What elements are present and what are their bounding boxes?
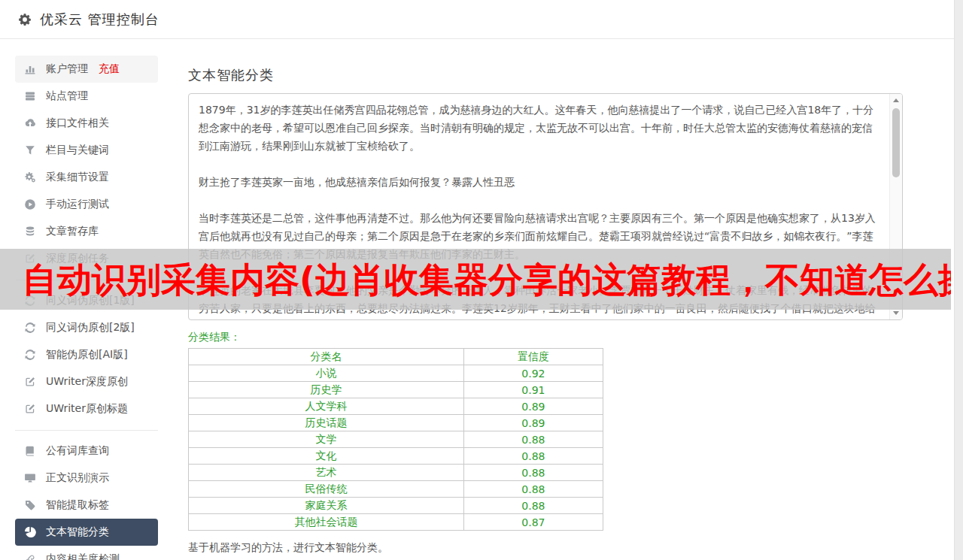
pie-chart-icon	[24, 526, 36, 538]
category-cell: 民俗传统	[189, 481, 464, 498]
table-row: 人文学科0.89	[189, 398, 603, 415]
sidebar-item-content-relevance-check[interactable]: 内容相关度检测	[15, 546, 158, 560]
sidebar-item-label: 同义词伪原创[2版]	[46, 321, 135, 334]
cloud-upload-icon	[24, 117, 36, 129]
category-cell: 小说	[189, 365, 464, 382]
app-header: 优采云 管理控制台	[0, 0, 963, 39]
triangle-down-icon	[893, 311, 899, 315]
server-list-icon	[24, 90, 36, 102]
classification-table: 分类名 置信度 小说0.92历史学0.91人文学科0.89历史话题0.89文学0…	[188, 348, 603, 531]
table-row: 艺术0.88	[189, 465, 603, 481]
category-cell: 其他社会话题	[189, 514, 464, 531]
sidebar-item-api-files[interactable]: 接口文件相关	[15, 110, 158, 137]
table-row: 其他社会话题0.87	[189, 514, 603, 531]
sidebar-item-content-extract-demo[interactable]: 正文识别演示	[15, 465, 158, 492]
category-cell: 艺术	[189, 465, 464, 481]
column-header-confidence: 置信度	[463, 349, 603, 365]
sidebar-item-label: 正文识别演示	[46, 471, 109, 485]
sidebar-item-label: 文本智能分类	[46, 525, 109, 539]
edit-icon	[24, 403, 36, 415]
recharge-badge[interactable]: 充值	[99, 62, 120, 76]
monitor-icon	[24, 472, 36, 484]
document-paragraph: 1879年，31岁的李莲英出任储秀宫四品花翎总管，成为慈禧身边的大红人。这年春天…	[199, 101, 882, 155]
sidebar-item-label: 内容相关度检测	[46, 552, 120, 560]
confidence-cell: 0.88	[463, 481, 603, 498]
table-row: 历史学0.91	[189, 382, 603, 398]
category-cell: 人文学科	[189, 398, 464, 415]
confidence-cell: 0.92	[463, 365, 603, 382]
document-paragraph: 财主抢了李莲英家一亩地，他成慈禧亲信后如何报复？暴露人性丑恶	[199, 173, 882, 191]
category-cell: 文学	[189, 431, 464, 448]
watermark-overlay: 自动识别采集内容(边肖收集器分享的这篇教程，不知道怎么操作	[0, 249, 951, 310]
sidebar-item-text-classification[interactable]: 文本智能分类	[15, 519, 158, 546]
refresh-icon	[24, 322, 36, 334]
edit-icon	[24, 376, 36, 388]
table-row: 文化0.88	[189, 448, 603, 465]
sidebar-item-uwriter-deep-original[interactable]: UWriter深度原创	[15, 368, 158, 395]
results-label: 分类结果：	[188, 330, 903, 344]
sidebar-item-account-management[interactable]: 账户管理充值	[15, 56, 158, 83]
sidebar-item-article-staging[interactable]: 文章暂存库	[15, 218, 158, 245]
column-header-category: 分类名	[189, 349, 464, 365]
sidebar-item-label: UWriter原创标题	[46, 402, 128, 416]
sidebar-item-site-management[interactable]: 站点管理	[15, 83, 158, 110]
sidebar-item-columns-keywords[interactable]: 栏目与关键词	[15, 137, 158, 164]
sidebar-item-label: 手动运行测试	[46, 198, 109, 211]
page-scrollbar[interactable]	[954, 0, 963, 560]
table-row: 小说0.92	[189, 365, 603, 382]
funnel-icon	[24, 144, 36, 156]
sidebar-item-label: 采集细节设置	[46, 171, 109, 184]
link-icon	[24, 553, 36, 560]
table-body: 小说0.92历史学0.91人文学科0.89历史话题0.89文学0.88文化0.8…	[189, 365, 603, 531]
scroll-up-button[interactable]	[890, 94, 902, 107]
confidence-cell: 0.89	[463, 415, 603, 431]
category-cell: 历史话题	[189, 415, 464, 431]
confidence-cell: 0.91	[463, 382, 603, 398]
footnote-text: 基于机器学习的方法，进行文本智能分类。	[188, 541, 903, 555]
sidebar-item-label: 接口文件相关	[46, 117, 109, 130]
sidebar-item-label: UWriter深度原创	[46, 375, 128, 389]
confidence-cell: 0.88	[463, 498, 603, 514]
table-row: 家庭关系0.88	[189, 498, 603, 514]
table-row: 历史话题0.89	[189, 415, 603, 431]
category-cell: 历史学	[189, 382, 464, 398]
table-row: 文学0.88	[189, 431, 603, 448]
confidence-cell: 0.88	[463, 465, 603, 481]
book-icon	[24, 445, 36, 457]
triangle-up-icon	[893, 98, 899, 102]
watermark-text: 自动识别采集内容(边肖收集器分享的这篇教程，不知道怎么操作	[0, 262, 951, 297]
sidebar-item-label: 账户管理	[46, 62, 88, 76]
sidebar-item-public-lexicon-query[interactable]: 公有词库查询	[15, 437, 158, 465]
chart-bars-icon	[24, 63, 36, 75]
sidebar-item-label: 公有词库查询	[46, 444, 109, 458]
sidebar-item-label: 栏目与关键词	[46, 144, 109, 157]
sidebar-item-label: 智能提取标签	[46, 498, 109, 512]
category-cell: 文化	[189, 448, 464, 465]
confidence-cell: 0.89	[463, 398, 603, 415]
scrollbar-thumb[interactable]	[892, 108, 900, 177]
sidebar-item-smart-tag-extract[interactable]: 智能提取标签	[15, 492, 158, 519]
sidebar-item-label: 站点管理	[46, 89, 88, 103]
sidebar-item-manual-run-test[interactable]: 手动运行测试	[15, 191, 158, 218]
gears-icon	[24, 171, 36, 183]
page-title: 文本智能分类	[188, 67, 903, 83]
sidebar-divider	[15, 430, 158, 431]
sidebar-item-collect-settings[interactable]: 采集细节设置	[15, 164, 158, 191]
confidence-cell: 0.87	[463, 514, 603, 531]
confidence-cell: 0.88	[463, 431, 603, 448]
sidebar-item-synonym-rewrite-v2[interactable]: 同义词伪原创[2版]	[15, 314, 158, 341]
database-icon	[24, 226, 36, 238]
confidence-cell: 0.88	[463, 448, 603, 465]
sidebar-item-label: 文章暂存库	[46, 225, 99, 238]
sidebar-item-uwriter-original-title[interactable]: UWriter原创标题	[15, 395, 158, 422]
gear-icon	[18, 13, 32, 26]
tag-icon	[24, 499, 36, 511]
play-circle-icon	[24, 198, 36, 210]
refresh-icon	[24, 349, 36, 361]
category-cell: 家庭关系	[189, 498, 464, 514]
app-title: 优采云 管理控制台	[40, 11, 159, 29]
sidebar-item-label: 智能伪原创[AI版]	[46, 348, 128, 362]
table-row: 民俗传统0.88	[189, 481, 603, 498]
table-header-row: 分类名 置信度	[189, 349, 603, 365]
sidebar-item-ai-rewrite[interactable]: 智能伪原创[AI版]	[15, 341, 158, 368]
